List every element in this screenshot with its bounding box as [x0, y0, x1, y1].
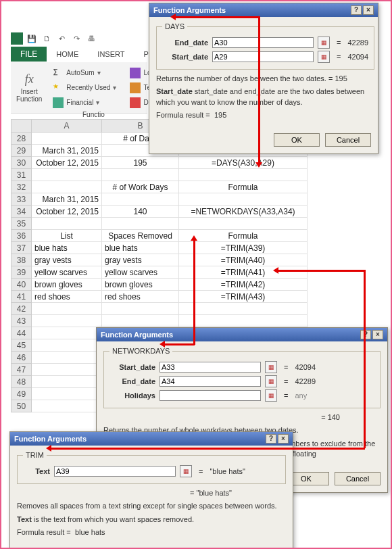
cell[interactable]: 195 — [102, 157, 179, 169]
cell[interactable]: =TRIM(A42) — [179, 279, 308, 291]
dialog-titlebar[interactable]: Function Arguments ?× — [97, 328, 387, 341]
cell[interactable] — [179, 218, 308, 230]
cell[interactable] — [32, 133, 102, 145]
cell[interactable]: =NETWORKDAYS(A33,A34) — [179, 206, 308, 218]
cell[interactable] — [32, 352, 102, 364]
save-icon[interactable]: 💾 — [26, 32, 38, 45]
cell[interactable] — [102, 193, 179, 206]
cell[interactable]: =TRIM(A43) — [179, 291, 308, 303]
insert-function-button[interactable]: fx Insert Function — [14, 65, 45, 110]
row-header[interactable]: 50 — [11, 400, 32, 412]
cell[interactable] — [32, 376, 102, 388]
row-header[interactable]: 34 — [11, 206, 32, 218]
dialog-titlebar[interactable]: Function Arguments ?× — [149, 3, 378, 17]
tab-insert[interactable]: INSERT — [88, 47, 134, 61]
cell[interactable]: =TRIM(A41) — [179, 266, 308, 279]
cell[interactable]: October 12, 2015 — [32, 206, 102, 218]
autosum-button[interactable]: ∑ AutoSum ▾ — [50, 66, 103, 80]
tab-file[interactable]: FILE — [11, 47, 47, 62]
recently-used-button[interactable]: ★ Recently Used ▾ — [50, 81, 119, 95]
tab-home[interactable]: HOME — [47, 47, 88, 61]
cell[interactable]: =DAYS(A30,A29) — [179, 157, 308, 169]
dialog-titlebar[interactable]: Function Arguments ?× — [10, 432, 293, 446]
row-header[interactable]: 30 — [11, 157, 32, 169]
cell[interactable]: # of Work Days — [102, 181, 179, 193]
row-header[interactable]: 43 — [11, 315, 32, 327]
cell[interactable]: Formula — [179, 230, 308, 242]
row-header[interactable]: 40 — [11, 279, 32, 291]
cell[interactable] — [32, 364, 102, 376]
cell[interactable]: gray vests — [102, 254, 179, 266]
range-picker-icon[interactable]: ▦ — [265, 389, 277, 402]
close-icon[interactable]: × — [278, 434, 289, 444]
help-icon[interactable]: ? — [266, 434, 276, 444]
cell[interactable] — [32, 400, 102, 412]
row-header[interactable]: 46 — [11, 352, 32, 364]
financial-button[interactable]: Financial ▾ — [50, 96, 102, 110]
cell[interactable] — [32, 388, 102, 400]
range-picker-icon[interactable]: ▦ — [265, 361, 277, 373]
print-icon[interactable]: 🖶 — [85, 32, 97, 45]
cell[interactable]: blue hats — [32, 242, 102, 254]
row-header[interactable]: 35 — [11, 218, 32, 230]
cell[interactable]: brown gloves — [32, 279, 102, 291]
row-header[interactable]: 39 — [11, 266, 32, 279]
row-header[interactable]: 36 — [11, 230, 32, 242]
cancel-button[interactable]: Cancel — [335, 472, 381, 485]
cell[interactable]: yellow scarves — [102, 266, 179, 279]
cell[interactable] — [32, 181, 102, 193]
cell[interactable] — [32, 327, 102, 339]
cell[interactable]: October 12, 2015 — [32, 157, 102, 169]
row-header[interactable]: 42 — [11, 303, 32, 315]
row-header[interactable]: 41 — [11, 291, 32, 303]
row-header[interactable]: 44 — [11, 327, 32, 339]
cell[interactable]: brown gloves — [102, 279, 179, 291]
range-picker-icon[interactable]: ▦ — [265, 375, 277, 387]
cell[interactable]: red shoes — [102, 291, 179, 303]
cell[interactable] — [102, 303, 179, 315]
cell[interactable]: red shoes — [32, 291, 102, 303]
cell[interactable]: March 31, 2015 — [32, 145, 102, 157]
nw-end-input[interactable] — [160, 376, 261, 387]
cell[interactable] — [102, 315, 179, 327]
cell[interactable] — [102, 169, 179, 181]
help-icon[interactable]: ? — [360, 330, 371, 339]
row-header[interactable]: 37 — [11, 242, 32, 254]
cell[interactable] — [32, 315, 102, 327]
nw-start-input[interactable] — [160, 362, 261, 373]
nw-holidays-input[interactable] — [160, 390, 261, 401]
end-date-input[interactable] — [212, 37, 314, 48]
cell[interactable]: blue hats — [102, 242, 179, 254]
cell[interactable] — [179, 315, 308, 327]
new-icon[interactable]: 🗋 — [41, 32, 53, 45]
help-icon[interactable]: ? — [351, 5, 362, 15]
cell[interactable]: yellow scarves — [32, 266, 102, 279]
cell[interactable] — [32, 169, 102, 181]
cell[interactable] — [32, 303, 102, 315]
cell[interactable]: =TRIM(A40) — [179, 254, 308, 266]
cell[interactable]: March 31, 2015 — [32, 193, 102, 206]
cell[interactable] — [179, 303, 308, 315]
row-header[interactable]: 32 — [11, 181, 32, 193]
range-picker-icon[interactable]: ▦ — [318, 51, 330, 63]
row-header[interactable]: 49 — [11, 388, 32, 400]
cell[interactable]: =TRIM(A39) — [179, 242, 308, 254]
close-icon[interactable]: × — [363, 5, 374, 15]
start-date-input[interactable] — [212, 51, 314, 62]
row-header[interactable]: 38 — [11, 254, 32, 266]
row-header[interactable]: 33 — [11, 193, 32, 206]
row-header[interactable]: 31 — [11, 169, 32, 181]
col-header-a[interactable]: A — [32, 120, 102, 133]
cell[interactable]: 140 — [102, 206, 179, 218]
row-header[interactable]: 28 — [11, 133, 32, 145]
cell[interactable]: gray vests — [32, 254, 102, 266]
range-picker-icon[interactable]: ▦ — [180, 465, 192, 477]
row-header[interactable]: 45 — [11, 339, 32, 352]
cell[interactable]: Formula — [179, 181, 308, 193]
cell[interactable] — [179, 193, 308, 206]
range-picker-icon[interactable]: ▦ — [318, 37, 330, 49]
cell[interactable] — [32, 339, 102, 352]
cell[interactable] — [102, 218, 179, 230]
cell[interactable] — [32, 218, 102, 230]
row-header[interactable]: 47 — [11, 364, 32, 376]
